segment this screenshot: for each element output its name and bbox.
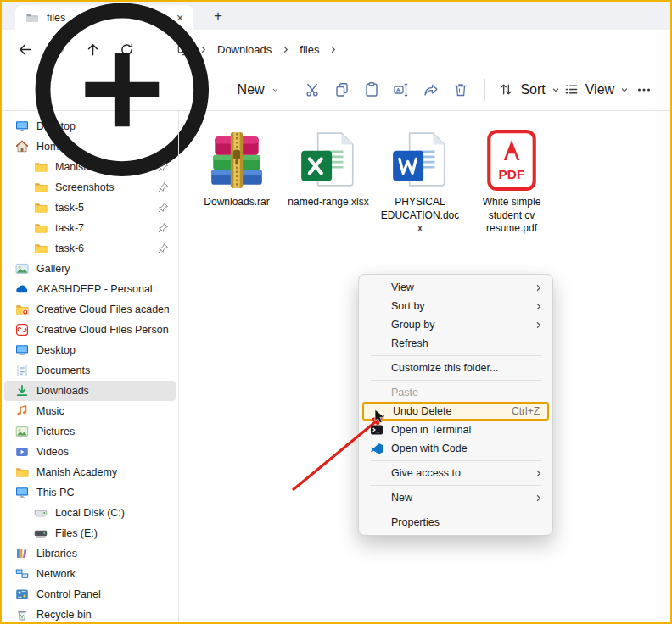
- file-physical-education-docx[interactable]: PHYSICAL EDUCATION.docx: [376, 126, 464, 238]
- share-button[interactable]: [417, 75, 446, 105]
- sidebar-item-label: task-7: [55, 222, 149, 234]
- menu-item-shortcut: Ctrl+Z: [512, 405, 540, 417]
- copy-icon: [333, 81, 350, 98]
- file-white-simple-student-cv-resume-pdf[interactable]: PDF White simple student cv resume.pdf: [468, 126, 556, 238]
- sidebar-item-gallery[interactable]: Gallery: [4, 259, 176, 279]
- chevron-right-icon: [534, 302, 543, 311]
- ccfolder-icon: [15, 303, 29, 316]
- sidebar-item-label: Control Panel: [36, 588, 169, 600]
- sidebar-item-network[interactable]: Network: [4, 564, 176, 584]
- menu-icon-gutter: [370, 281, 384, 294]
- pin-icon: [157, 181, 169, 193]
- ccpersonal-icon: [15, 323, 29, 337]
- sort-button[interactable]: Sort: [498, 81, 559, 98]
- menu-icon-gutter: [370, 466, 384, 480]
- menu-icon-gutter: [370, 337, 384, 350]
- monitor-icon: [15, 120, 29, 133]
- paste-button[interactable]: [357, 75, 387, 105]
- sidebar-item-task-7[interactable]: task-7: [4, 218, 176, 238]
- sidebar-item-recycle-bin[interactable]: Recycle bin: [4, 604, 176, 622]
- excel-file-icon: [297, 129, 360, 192]
- gallery-icon: [15, 262, 29, 276]
- menu-item-undo-delete[interactable]: Undo DeleteCtrl+Z: [362, 402, 549, 421]
- paste-icon: [363, 81, 380, 98]
- chevron-down-icon: [620, 86, 629, 94]
- sidebar-item-label: task-5: [55, 202, 149, 214]
- pin-icon: [157, 242, 169, 254]
- sidebar-item-desktop[interactable]: Desktop: [4, 116, 176, 136]
- pictures-icon: [15, 425, 29, 438]
- sidebar-item-control-panel[interactable]: Control Panel: [4, 584, 176, 604]
- sidebar-item-label: Creative Cloud Files Personal: [36, 324, 169, 336]
- recycle-icon: [15, 608, 29, 621]
- sidebar-item-akashdeep-personal[interactable]: AKASHDEEP - Personal: [4, 279, 176, 299]
- sidebar-item-label: Local Disk (C:): [55, 507, 169, 519]
- view-button[interactable]: View: [563, 81, 629, 98]
- menu-item-new[interactable]: New: [362, 488, 549, 507]
- menu-item-label: Customize this folder...: [391, 362, 543, 374]
- sidebar-item-label: Files (E:): [55, 527, 169, 539]
- menu-item-label: Undo Delete: [393, 405, 504, 417]
- sidebar-item-manish[interactable]: Manish: [4, 157, 176, 177]
- sidebar-item-downloads[interactable]: Downloads: [4, 381, 176, 401]
- sidebar-item-label: task-6: [55, 242, 149, 254]
- pin-icon: [157, 161, 169, 173]
- copy-button[interactable]: [328, 75, 357, 105]
- sidebar-item-pictures[interactable]: Pictures: [4, 421, 176, 442]
- chevron-right-icon: [534, 493, 543, 503]
- folder-icon: [34, 181, 48, 194]
- documents-icon: [15, 364, 29, 377]
- terminal-icon: [370, 423, 384, 437]
- sidebar-item-documents[interactable]: Documents: [4, 360, 176, 381]
- pdf-file-icon: PDF: [480, 129, 543, 192]
- toolbar-separator: [288, 79, 288, 101]
- menu-divider: [370, 355, 541, 356]
- menu-item-customize-this-folder[interactable]: Customize this folder...: [362, 359, 549, 377]
- menu-item-sort-by[interactable]: Sort by: [362, 297, 549, 315]
- file-named-range-xlsx[interactable]: named-range.xlsx: [284, 126, 372, 212]
- sidebar-item-files-e[interactable]: Files (E:): [4, 523, 176, 543]
- sidebar-item-task-5[interactable]: task-5: [4, 198, 176, 218]
- menu-item-view[interactable]: View: [362, 278, 549, 297]
- sidebar-item-screenshots[interactable]: Screenshots: [4, 177, 176, 198]
- sidebar-item-manish-academy[interactable]: Manish Academy: [4, 462, 176, 482]
- menu-icon-gutter: [370, 386, 384, 399]
- menu-item-group-by[interactable]: Group by: [362, 315, 549, 334]
- chevron-right-icon: [534, 283, 543, 292]
- chevron-right-icon: [534, 469, 543, 478]
- menu-item-give-access-to[interactable]: Give access to: [362, 464, 549, 482]
- home-icon: [15, 140, 29, 153]
- sidebar-item-label: Desktop: [36, 344, 169, 356]
- sidebar-item-music[interactable]: Music: [4, 401, 176, 421]
- sidebar-item-videos[interactable]: Videos: [4, 442, 176, 462]
- rename-icon: [393, 81, 410, 98]
- sidebar-item-desktop[interactable]: Desktop: [4, 340, 176, 360]
- command-bar: New Sort View: [2, 69, 670, 111]
- sidebar-item-creative-cloud-files-academ[interactable]: Creative Cloud Files academ: [4, 299, 176, 320]
- chevron-down-icon: [552, 86, 560, 94]
- menu-divider: [370, 485, 541, 486]
- winrar-archive-icon: [205, 129, 268, 192]
- see-more-button[interactable]: [629, 75, 658, 105]
- sidebar-item-label: Creative Cloud Files academ: [36, 304, 169, 315]
- sidebar-item-home[interactable]: Home: [4, 136, 176, 157]
- menu-item-properties[interactable]: Properties: [362, 513, 549, 532]
- menu-item-open-with-code[interactable]: Open with Code: [362, 439, 549, 458]
- menu-item-refresh[interactable]: Refresh: [362, 334, 549, 353]
- rename-button[interactable]: [387, 75, 417, 105]
- sidebar-item-task-6[interactable]: task-6: [4, 238, 176, 259]
- network-icon: [15, 567, 29, 581]
- sidebar-item-label: Manish: [55, 161, 149, 173]
- sidebar-item-this-pc[interactable]: This PC: [4, 482, 176, 503]
- breadcrumb-item-files[interactable]: files: [296, 42, 322, 58]
- sidebar-item-local-disk-c[interactable]: Local Disk (C:): [4, 503, 176, 523]
- sidebar-item-creative-cloud-files-personal[interactable]: Creative Cloud Files Personal: [4, 320, 176, 340]
- context-menu: ViewSort byGroup byRefreshCustomize this…: [358, 274, 553, 536]
- sidebar-item-libraries[interactable]: Libraries: [4, 543, 176, 564]
- menu-item-open-in-terminal[interactable]: Open in Terminal: [362, 421, 549, 439]
- folder-icon: [34, 242, 48, 255]
- file-downloads-rar[interactable]: Downloads.rar: [193, 126, 281, 212]
- delete-button[interactable]: [446, 75, 476, 105]
- folder-icon: [15, 465, 29, 479]
- cut-button[interactable]: [298, 75, 328, 105]
